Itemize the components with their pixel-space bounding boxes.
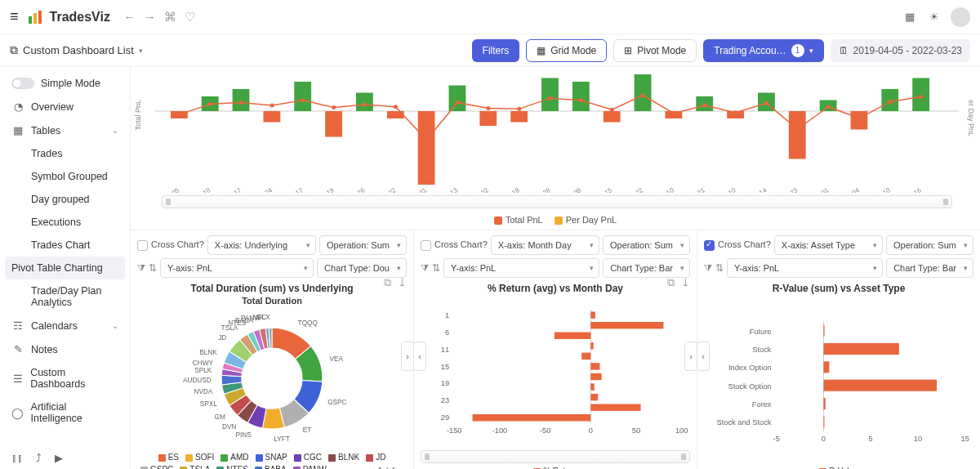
xaxis-select[interactable]: X-axis: Asset Type	[774, 235, 883, 255]
chevron-down-icon: ⌄	[112, 321, 118, 330]
svg-text:2022-03-04: 2022-03-04	[829, 186, 861, 193]
sidebar-item-symbol-grouped[interactable]: Symbol Grouped	[0, 165, 130, 188]
video-icon[interactable]: ▶	[55, 452, 63, 464]
upload-icon[interactable]: ⤴	[36, 452, 42, 464]
filter-icon[interactable]: ⧩	[704, 262, 712, 274]
download-icon[interactable]: ⤓	[398, 276, 407, 289]
y-axis-right-label: er Day PnL	[967, 100, 975, 136]
svg-point-47	[672, 111, 676, 115]
svg-text:2022-03-01: 2022-03-01	[798, 186, 830, 193]
sidebar-item-day-grouped[interactable]: Day grouped	[0, 188, 130, 211]
equalizer-icon[interactable]: ⫿⫿	[11, 452, 23, 464]
filter-icon[interactable]: ⧩	[137, 262, 145, 274]
svg-text:2019-04-24: 2019-04-24	[242, 186, 274, 193]
cross-chart-checkbox[interactable]	[704, 240, 715, 251]
sidebar-item-pivot-table-charting[interactable]: Pivot Table Charting	[5, 257, 125, 279]
dashboard-icon: ⧉	[10, 43, 18, 57]
svg-text:2022-03-10: 2022-03-10	[860, 186, 892, 193]
panel-prev-icon[interactable]: ‹	[413, 342, 426, 371]
grid-mode-button[interactable]: ▦Grid Mode	[526, 39, 607, 62]
cross-chart-checkbox[interactable]	[421, 240, 431, 251]
chart-legend: R-Value	[704, 465, 973, 469]
chart-type-select[interactable]: Chart Type: Bar	[886, 258, 973, 278]
panel-next-icon[interactable]: ›	[401, 342, 414, 371]
pivot-mode-button[interactable]: ⊞Pivot Mode	[613, 39, 697, 62]
svg-rect-134	[823, 361, 829, 373]
svg-rect-106	[590, 322, 663, 328]
simple-mode-toggle[interactable]: Simple Mode	[0, 72, 130, 95]
svg-text:BLNK: BLNK	[199, 349, 217, 356]
svg-rect-1	[33, 13, 37, 24]
svg-rect-2	[38, 11, 42, 24]
chevron-down-icon: ⌄	[112, 126, 118, 135]
yaxis-select[interactable]: Y-axis: PnL	[727, 258, 883, 278]
sort-icon[interactable]: ⇅	[149, 262, 157, 274]
svg-text:2021-04-22: 2021-04-22	[458, 186, 490, 193]
xaxis-select[interactable]: X-axis: Month Day	[491, 235, 599, 255]
sidebar-item-trades-chart[interactable]: Trades Chart	[0, 234, 130, 257]
sidebar-item-overview[interactable]: ◔Overview	[0, 95, 130, 118]
chart-type-select[interactable]: Chart Type: Dou	[317, 258, 407, 278]
sidebar-item-executions[interactable]: Executions	[0, 211, 130, 234]
sidebar-item-tables[interactable]: ▦Tables⌄	[0, 118, 130, 142]
notes-icon: ✎	[11, 343, 24, 355]
svg-point-46	[641, 93, 645, 97]
sort-icon[interactable]: ⇅	[432, 262, 440, 274]
operation-select[interactable]: Operation: Sum	[603, 235, 690, 255]
sidebar-item-calendars[interactable]: ☶Calendars⌄	[0, 314, 130, 337]
menu-toggle-icon[interactable]: ≡	[10, 8, 19, 25]
svg-rect-109	[581, 353, 590, 360]
svg-text:29: 29	[441, 413, 449, 422]
time-range-scrollbar[interactable]	[162, 195, 952, 208]
xaxis-select[interactable]: X-axis: Underlying	[207, 235, 316, 255]
svg-text:2021-05-28: 2021-05-28	[520, 186, 552, 193]
dashboard-icon: ☰	[11, 373, 24, 385]
sort-icon[interactable]: ⇅	[715, 262, 724, 274]
panel-prev-icon[interactable]: ‹	[697, 342, 710, 371]
download-icon[interactable]: ⤓	[681, 276, 690, 289]
link-icon[interactable]: ⧉	[384, 276, 391, 289]
svg-text:2022-02-23: 2022-02-23	[768, 186, 800, 193]
chart-type-select[interactable]: Chart Type: Bar	[603, 258, 690, 278]
operation-select[interactable]: Operation: Sum	[886, 235, 973, 255]
sidebar-item-trades[interactable]: Trades	[0, 142, 130, 165]
yaxis-select[interactable]: Y-axis: PnL	[160, 258, 314, 278]
svg-point-50	[764, 101, 768, 105]
svg-point-41	[486, 106, 490, 110]
sidebar-item-custom-dashboards[interactable]: ☰Custom Dashboards	[0, 361, 130, 395]
cross-chart-checkbox[interactable]	[137, 240, 148, 251]
svg-text:Stock and Stock: Stock and Stock	[717, 419, 772, 427]
filter-icon[interactable]: ⧩	[421, 262, 429, 274]
panel-next-icon[interactable]: ›	[684, 342, 697, 371]
svg-point-48	[702, 103, 706, 107]
svg-text:NVDA: NVDA	[194, 388, 213, 395]
trading-account-button[interactable]: Trading Accou…1▾	[703, 39, 823, 62]
sidebar-item-trade-day-plan[interactable]: Trade/Day Plan Analytics	[0, 279, 130, 314]
yaxis-select[interactable]: Y-axis: PnL	[443, 258, 599, 278]
svg-point-43	[548, 96, 552, 100]
title-dropdown-icon[interactable]: ▾	[139, 47, 143, 55]
svg-point-53	[858, 116, 862, 120]
chart-scrollbar[interactable]	[421, 450, 690, 463]
nav-forward-icon[interactable]: →	[144, 10, 156, 25]
sidebar-item-notes[interactable]: ✎Notes	[0, 337, 130, 361]
hint-icon[interactable]: ♡	[185, 10, 195, 25]
svg-text:10: 10	[914, 435, 922, 443]
svg-text:11: 11	[441, 346, 449, 354]
date-range-display[interactable]: 🗓 2019-04-05 - 2022-03-23	[831, 39, 970, 62]
link-icon[interactable]: ⧉	[667, 276, 675, 289]
theme-toggle-icon[interactable]: ☀	[926, 9, 942, 25]
nav-back-icon[interactable]: ←	[123, 10, 136, 25]
page-title: Custom Dashboard List	[23, 44, 134, 56]
operation-select[interactable]: Operation: Sum	[319, 235, 407, 255]
sidebar-item-ai[interactable]: ◯Artificial Intelligence	[0, 395, 130, 430]
legend-pager[interactable]: ◂ 1 / 4 ▸	[370, 465, 403, 469]
svg-rect-132	[823, 343, 898, 355]
apps-grid-icon[interactable]: ▦	[902, 9, 918, 25]
command-icon[interactable]: ⌘	[164, 10, 176, 25]
svg-point-54	[888, 100, 892, 104]
filters-button[interactable]: Filters	[472, 39, 520, 62]
svg-point-49	[733, 110, 737, 114]
avatar-icon[interactable]	[951, 7, 970, 27]
ai-icon: ◯	[11, 407, 24, 419]
